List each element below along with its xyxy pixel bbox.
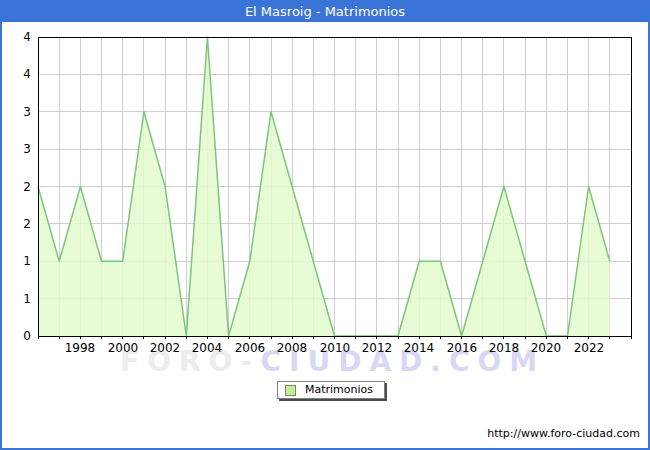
chart-window: El Masroig - Matrimonios FORO-CIUDAD.COM… — [0, 0, 650, 450]
chart-canvas: FORO-CIUDAD.COM 443322110199820002002200… — [0, 0, 650, 450]
watermark: FORO-CIUDAD.COM — [120, 344, 545, 380]
legend-label: Matrimonios — [305, 382, 373, 398]
legend: Matrimonios — [277, 381, 385, 399]
watermark-ciudad: CIUDAD.COM — [260, 345, 545, 378]
footer-url: http://www.foro-ciudad.com — [487, 427, 640, 440]
legend-swatch-icon — [285, 385, 296, 396]
watermark-foro: FORO- — [120, 345, 260, 378]
